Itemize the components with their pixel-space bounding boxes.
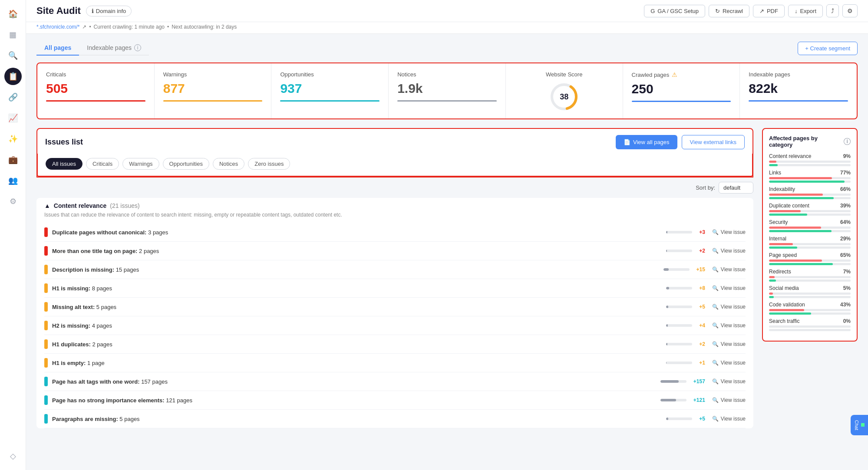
issue-badge: +5 xyxy=(696,303,708,311)
sidebar-item-campaigns[interactable]: 💼 xyxy=(4,151,22,168)
sort-select[interactable]: default xyxy=(719,182,753,194)
view-issue-button[interactable]: 🔍 View issue xyxy=(712,378,746,385)
filter-tab-notices[interactable]: Notices xyxy=(213,158,244,170)
recrawl-label: Recrawl xyxy=(723,8,743,14)
stat-website-score[interactable]: Website Score 38 xyxy=(506,63,623,118)
sidebar-item-dashboard[interactable]: ▦ xyxy=(4,26,22,43)
issue-text: H1 duplicates: 2 pages xyxy=(52,341,662,348)
view-issue-button[interactable]: 🔍 View issue xyxy=(712,416,746,422)
panel-item-pct: 9% xyxy=(843,153,851,159)
view-issue-button[interactable]: 🔍 View issue xyxy=(712,341,746,347)
filter-tab-criticals[interactable]: Criticals xyxy=(86,158,119,170)
view-issue-button[interactable]: 🔍 View issue xyxy=(712,304,746,310)
view-external-links-button[interactable]: View external links xyxy=(682,135,745,149)
view-issue-button[interactable]: 🔍 View issue xyxy=(712,248,746,254)
pdf-button[interactable]: ↗ PDF xyxy=(753,5,785,17)
panel-bar-fill xyxy=(769,161,776,163)
panel-category-bar xyxy=(769,177,851,179)
sidebar-item-search[interactable]: 🔍 xyxy=(4,47,22,64)
domain-link[interactable]: *.sfchronicle.com/* xyxy=(36,24,79,30)
view-issue-button[interactable]: 🔍 View issue xyxy=(712,266,746,273)
stat-notices[interactable]: Notices 1.9k xyxy=(389,63,506,118)
recrawl-button[interactable]: ↻ Recrawl xyxy=(709,5,749,17)
pages-icon: 📄 xyxy=(624,139,630,145)
panel-item-pct: 7% xyxy=(843,269,851,275)
ga-gsc-button[interactable]: G GA / GSC Setup xyxy=(644,5,705,17)
sidebar-item-diamond[interactable]: ◇ xyxy=(4,447,22,465)
content-area: All pages Indexable pages i + Create seg… xyxy=(26,34,868,470)
panel-category-bar xyxy=(769,243,851,245)
panel-category-bar xyxy=(769,260,851,262)
tab-indexable-pages[interactable]: Indexable pages i xyxy=(79,41,149,56)
view-issue-button[interactable]: 🔍 View issue xyxy=(712,397,746,403)
sidebar-item-analytics[interactable]: 📈 xyxy=(4,109,22,127)
panel-item-name: Redirects xyxy=(769,269,791,275)
notices-label: Notices xyxy=(397,71,497,78)
panel-bar-fill xyxy=(769,276,775,278)
chat-button[interactable]: Chat xyxy=(851,415,868,435)
panel-category-bar-green xyxy=(769,214,851,216)
category-title: Content relevance xyxy=(54,202,106,209)
view-all-pages-button[interactable]: 📄 View all pages xyxy=(616,135,677,149)
issue-severity-indicator xyxy=(44,265,48,274)
view-issue-button[interactable]: 🔍 View issue xyxy=(712,285,746,291)
panel-category-bar xyxy=(769,309,851,311)
panel-bar-fill xyxy=(769,210,801,212)
right-panel: Affected pages by category i Content rel… xyxy=(762,128,858,342)
sidebar-item-links[interactable]: 🔗 xyxy=(4,89,22,106)
issue-progress-bar xyxy=(663,268,690,271)
chat-label: Chat xyxy=(854,420,859,430)
view-issue-button[interactable]: 🔍 View issue xyxy=(712,229,746,235)
sidebar-item-users[interactable]: 👥 xyxy=(4,172,22,189)
stat-crawled-pages[interactable]: Crawled pages ⚠ 250 xyxy=(623,63,740,118)
view-issue-button[interactable]: 🔍 View issue xyxy=(712,322,746,329)
issue-badge: +121 xyxy=(691,396,708,404)
filter-tab-warnings[interactable]: Warnings xyxy=(122,158,159,170)
filter-tab-all-issues[interactable]: All issues xyxy=(46,158,83,170)
panel-item-name: Links xyxy=(769,170,781,176)
stat-indexable-pages[interactable]: Indexable pages 822k xyxy=(740,63,857,118)
filter-tab-zero-issues[interactable]: Zero issues xyxy=(248,158,290,170)
sidebar-item-connections[interactable]: ⚙ xyxy=(4,193,22,210)
sidebar: 🏠 ▦ 🔍 📋 🔗 📈 ✨ 💼 👥 ⚙ ◇ xyxy=(0,0,26,470)
issue-progress-bar xyxy=(660,399,686,401)
crawl-status: Current crawling: 1 minute ago xyxy=(94,24,165,30)
chat-dot xyxy=(861,423,865,427)
notices-value: 1.9k xyxy=(397,81,497,96)
warnings-label: Warnings xyxy=(163,71,263,78)
domain-info-button[interactable]: ℹ Domain info xyxy=(86,6,132,16)
crawled-value: 250 xyxy=(632,82,731,96)
score-value: 38 xyxy=(560,92,568,102)
stat-criticals[interactable]: Criticals 505 xyxy=(37,63,155,118)
panel-bar-fill xyxy=(769,243,793,245)
score-label: Website Score xyxy=(546,71,582,78)
sidebar-item-magic[interactable]: ✨ xyxy=(4,130,22,148)
tab-all-pages[interactable]: All pages xyxy=(36,41,79,56)
share-button[interactable]: ⤴ xyxy=(826,4,839,17)
opportunities-label: Opportunities xyxy=(280,71,380,78)
filter-tab-opportunities[interactable]: Opportunities xyxy=(163,158,209,170)
panel-category-bar-green xyxy=(769,296,851,298)
panel-items: Content relevance9%Links77%Indexability6… xyxy=(769,153,851,331)
issue-row: Duplicate pages without canonical: 3 pag… xyxy=(44,223,746,242)
panel-category-item: Security64% xyxy=(769,219,851,232)
stat-warnings[interactable]: Warnings 877 xyxy=(155,63,272,118)
panel-item-pct: 43% xyxy=(840,302,851,308)
export-button[interactable]: ↓ Export xyxy=(788,5,823,17)
sort-row: Sort by: default xyxy=(36,177,753,198)
sidebar-item-audit[interactable]: 📋 xyxy=(4,68,22,85)
collapse-icon[interactable]: ▲ xyxy=(44,202,50,209)
panel-category-item: Code validation43% xyxy=(769,302,851,315)
category-subtitle: Issues that can reduce the relevance of … xyxy=(44,212,746,218)
issue-severity-indicator xyxy=(44,395,48,405)
view-issue-button[interactable]: 🔍 View issue xyxy=(712,360,746,366)
tabs-row: All pages Indexable pages i + Create seg… xyxy=(36,41,858,56)
issue-text: Missing alt text: 5 pages xyxy=(52,304,662,310)
export-label: Export xyxy=(800,8,816,14)
settings-button[interactable]: ⚙ xyxy=(842,4,858,17)
crawled-label: Crawled pages ⚠ xyxy=(632,71,731,78)
stat-opportunities[interactable]: Opportunities 937 xyxy=(271,63,389,118)
panel-category-bar-green xyxy=(769,181,851,183)
sidebar-item-home[interactable]: 🏠 xyxy=(4,5,22,23)
create-segment-button[interactable]: + Create segment xyxy=(798,42,858,55)
